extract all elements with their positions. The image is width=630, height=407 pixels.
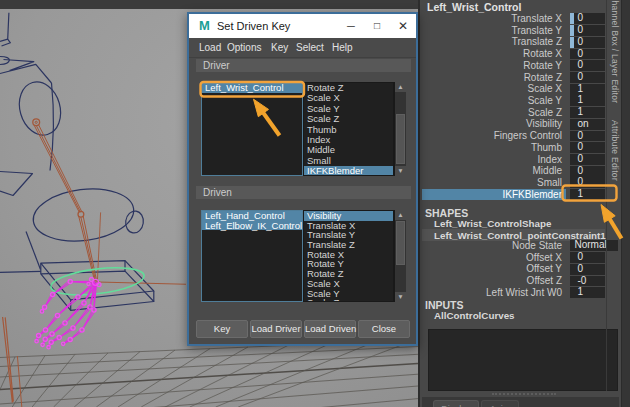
channel-value-field[interactable]: 0 [570,37,605,48]
layer-editor-tab-bar: Display Anim [422,397,619,407]
tab-channel-box-layer-editor[interactable]: Channel Box / Layer Editor [608,0,620,103]
channel-row[interactable]: IKFKBlemder1 [422,189,619,201]
close-dialog-button[interactable]: Close [358,320,410,338]
channel-row[interactable]: Fingers Control0 [422,130,619,142]
channel-value-field[interactable]: 0 [570,252,605,263]
load-driven-button[interactable]: Load Driven [304,320,356,338]
channel-value-field[interactable]: 1 [570,189,605,200]
channel-value-field[interactable]: 1 [570,95,605,106]
channel-value-field[interactable]: 0 [570,13,605,24]
channel-value-field[interactable]: on [570,119,605,130]
close-button[interactable]: ✕ [390,14,416,38]
channel-value-field[interactable]: 1 [570,107,605,118]
channel-value-field[interactable]: 0 [570,72,605,83]
channel-label[interactable]: Rotate X [422,48,566,59]
scroll-up-icon[interactable]: ▲ [395,210,406,220]
channel-value-field[interactable]: 0 [570,154,605,165]
input-node-name[interactable]: AllControlCurves [434,310,515,321]
channel-row[interactable]: Rotate Y0 [422,60,619,72]
scrollbar-thumb[interactable] [396,221,405,265]
channel-value-field[interactable]: 1 [570,287,605,298]
driven-attr-scrollbar[interactable]: ▲ ▼ [394,210,406,302]
tab-display[interactable]: Display [433,400,479,407]
menu-load[interactable]: Load [199,38,221,58]
dialog-titlebar[interactable]: M Set Driven Key ─ □ ✕ [189,14,416,38]
channel-value-field[interactable]: 1 [570,84,605,95]
channel-label[interactable]: Translate Y [422,25,566,36]
channel-label[interactable]: Node State [422,240,566,251]
channel-label[interactable]: Translate X [422,13,566,24]
channel-label[interactable]: Index [422,154,566,165]
channel-label[interactable]: Scale Z [422,107,566,118]
channel-value-field[interactable]: -0 [570,276,605,287]
tab-anim[interactable]: Anim [481,400,519,407]
channel-label[interactable]: Offset Z [422,275,566,286]
channel-label[interactable]: IKFKBlemder [422,189,566,200]
list-item[interactable]: Left_Wrist_Control [202,83,302,93]
channel-row[interactable]: Middle0 [422,165,619,177]
scroll-down-icon[interactable]: ▼ [395,292,406,302]
minimize-button[interactable]: ─ [338,14,364,38]
menu-options[interactable]: Options [227,38,261,58]
channel-row[interactable]: Scale Y1 [422,95,619,107]
channel-label[interactable]: Visibility [422,118,566,129]
channel-label[interactable]: Small [422,177,566,188]
channel-label[interactable]: Rotate Y [422,60,566,71]
scroll-down-icon[interactable]: ▼ [395,166,406,176]
channel-label[interactable]: Fingers Control [422,130,566,141]
channel-value-field[interactable]: 0 [570,49,605,60]
menu-select[interactable]: Select [296,38,324,58]
load-driver-button[interactable]: Load Driver [250,320,302,338]
list-item[interactable]: Left_Elbow_IK_Control [202,221,302,231]
channel-row[interactable]: Index0 [422,154,619,166]
channel-row[interactable]: Scale X1 [422,83,619,95]
channel-value-field[interactable]: 0 [570,60,605,71]
channel-row[interactable]: Scale Z1 [422,107,619,119]
channel-value-field[interactable]: 0 [570,177,605,188]
maximize-button[interactable]: □ [364,14,390,38]
list-item[interactable]: IKFKBlemder [304,166,393,176]
channel-box-object-name: Left_Wrist_Control [427,1,521,13]
channel-row[interactable]: Left Wrist Jnt W01 [422,287,619,299]
scroll-up-icon[interactable]: ▲ [395,82,406,92]
channel-value-field[interactable]: 0 [570,131,605,142]
key-button[interactable]: Key [196,320,248,338]
channel-label[interactable]: Scale Y [422,95,566,106]
channel-value-field[interactable]: 0 [570,264,605,275]
driver-attr-scrollbar[interactable]: ▲ ▼ [394,82,406,176]
channel-row[interactable]: Offset Z-0 [422,275,619,287]
list-item[interactable]: Scale Z [304,114,393,124]
menu-key[interactable]: Key [271,38,288,58]
channel-row[interactable]: Translate Y0 [422,25,619,37]
channel-label[interactable]: Rotate Z [422,72,566,83]
channel-label[interactable]: Left Wrist Jnt W0 [422,287,566,298]
channel-row[interactable]: Node StateNormal [422,240,619,252]
channel-label[interactable]: Translate Z [422,36,566,47]
menu-help[interactable]: Help [332,38,353,58]
channel-label[interactable]: Offset X [422,252,566,263]
channel-row[interactable]: Rotate X0 [422,48,619,60]
channel-label[interactable]: Middle [422,165,566,176]
driven-object-list: Left_Hand_ControlLeft_Elbow_IK_Control [201,210,303,302]
channel-value-field[interactable]: 0 [570,142,605,153]
channel-row[interactable]: Translate Z0 [422,36,619,48]
channel-row[interactable]: Offset Y0 [422,263,619,275]
scrollbar-thumb[interactable] [396,114,405,164]
channel-row[interactable]: Rotate Z0 [422,72,619,84]
channel-row[interactable]: Small0 [422,177,619,189]
splitter-handle-icon[interactable] [492,393,556,395]
list-item[interactable]: Scale Z [304,298,393,302]
shape-node-name[interactable]: Left_Wrist_ControlShape [434,218,551,229]
channel-row[interactable]: Offset X0 [422,252,619,264]
channel-value-field[interactable]: 0 [570,25,605,36]
channel-value-field[interactable]: 0 [570,166,605,177]
tab-attribute-editor[interactable]: Attribute Editor [608,120,620,181]
channel-label[interactable]: Scale X [422,83,566,94]
channel-label[interactable]: Offset Y [422,263,566,274]
window-right-edge [621,0,630,407]
channel-row[interactable]: Translate X0 [422,13,619,25]
channel-label[interactable]: Thumb [422,142,566,153]
channel-row[interactable]: Visibilityon [422,118,619,130]
channel-row[interactable]: Thumb0 [422,142,619,154]
channel-list: Translate X0Translate Y0Translate Z0Rota… [422,13,619,201]
